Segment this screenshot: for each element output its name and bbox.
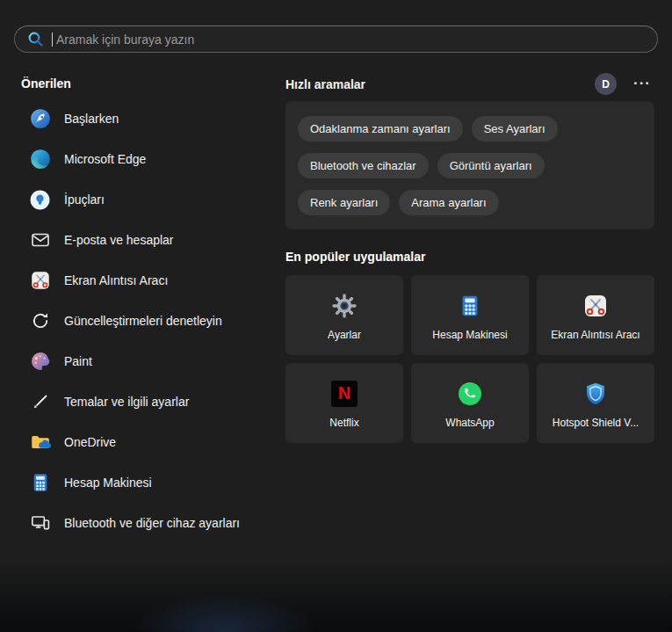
- quick-search-chip[interactable]: Bluetooth ve cihazlar: [298, 153, 429, 178]
- suggested-item-ipuclari[interactable]: İpuçları: [7, 179, 274, 220]
- suggested-item-eposta-ve-hesaplar[interactable]: E-posta ve hesaplar: [7, 220, 274, 260]
- top-apps-title: En popüler uygulamalar: [285, 250, 425, 264]
- brush-icon: [28, 390, 52, 414]
- getting-started-icon: [28, 107, 52, 131]
- mail-icon: [28, 229, 52, 252]
- quick-searches-header: Hızlı aramalar D ···: [285, 72, 654, 97]
- more-icon[interactable]: ···: [633, 75, 651, 92]
- suggested-item-label: Microsoft Edge: [64, 152, 146, 166]
- suggested-item-temalar[interactable]: Temalar ve ilgili ayarlar: [7, 381, 274, 422]
- quick-search-chip[interactable]: Arama ayarları: [399, 190, 498, 215]
- app-tile-hesap-makinesi[interactable]: Hesap Makinesi: [411, 275, 529, 355]
- calculator-icon: [28, 471, 52, 495]
- suggested-item-label: Paint: [64, 354, 92, 368]
- shield-icon: [582, 378, 609, 410]
- suggested-item-label: Bluetooth ve diğer cihaz ayarları: [64, 516, 240, 530]
- settings-gear-icon: [330, 290, 358, 322]
- top-apps-grid: Ayarlar Hesap Makinesi: [285, 275, 654, 443]
- search-box[interactable]: [14, 25, 658, 53]
- app-tile-ekran-alintisi-araci[interactable]: Ekran Alıntısı Aracı: [537, 275, 654, 355]
- suggested-item-guncellestirmeleri-denetleyin[interactable]: Güncelleştirmeleri denetleyin: [7, 301, 274, 341]
- app-tile-label: Hotspot Shield V...: [553, 417, 639, 429]
- avatar[interactable]: D: [595, 73, 617, 95]
- suggested-item-label: Hesap Makinesi: [64, 476, 152, 490]
- suggested-item-hesap-makinesi[interactable]: Hesap Makinesi: [7, 462, 274, 503]
- app-tile-ayarlar[interactable]: Ayarlar: [285, 275, 403, 355]
- netflix-icon: N: [331, 378, 358, 410]
- search-icon: [27, 31, 44, 47]
- edge-icon: [28, 148, 52, 171]
- text-caret: [52, 33, 53, 47]
- app-tile-label: WhatsApp: [445, 417, 494, 429]
- quick-searches-card: Odaklanma zamanı ayarları Ses Ayarları B…: [285, 101, 654, 229]
- snipping-tool-icon: [28, 269, 52, 293]
- suggested-item-label: Başlarken: [64, 112, 119, 126]
- search-input[interactable]: [54, 32, 645, 47]
- app-tile-label: Netflix: [329, 417, 358, 429]
- suggested-item-label: E-posta ve hesaplar: [64, 233, 174, 247]
- onedrive-icon: [28, 431, 52, 454]
- quick-search-chip[interactable]: Odaklanma zamanı ayarları: [298, 116, 463, 142]
- netflix-logo-letter: N: [338, 383, 350, 403]
- app-tile-label: Ayarlar: [328, 329, 361, 341]
- app-tile-label: Hesap Makinesi: [432, 329, 507, 341]
- paint-palette-icon: [28, 350, 52, 374]
- suggested-item-microsoft-edge[interactable]: Microsoft Edge: [7, 139, 274, 179]
- suggested-title: Önerilen: [21, 76, 71, 91]
- quick-search-chip[interactable]: Görüntü ayarları: [437, 153, 545, 178]
- suggested-item-label: Temalar ve ilgili ayarlar: [64, 395, 189, 409]
- windows-search-flyout: Önerilen Başlarken: [0, 0, 672, 632]
- suggested-item-label: Güncelleştirmeleri denetleyin: [64, 314, 222, 328]
- app-tile-hotspot-shield[interactable]: Hotspot Shield V...: [537, 363, 654, 443]
- snipping-tool-icon: [582, 290, 610, 322]
- suggested-item-baslarken[interactable]: Başlarken: [7, 98, 274, 139]
- suggested-item-paint[interactable]: Paint: [7, 341, 274, 381]
- app-tile-label: Ekran Alıntısı Aracı: [551, 329, 639, 341]
- suggested-item-onedrive[interactable]: OneDrive: [7, 422, 274, 462]
- refresh-icon: [28, 309, 52, 333]
- calculator-icon: [457, 290, 483, 322]
- app-tile-whatsapp[interactable]: WhatsApp: [411, 363, 529, 443]
- suggested-item-label: İpuçları: [64, 193, 105, 207]
- quick-search-chip[interactable]: Ses Ayarları: [472, 116, 558, 142]
- suggested-item-bluetooth-cihaz-ayarlari[interactable]: Bluetooth ve diğer cihaz ayarları: [7, 503, 274, 543]
- whatsapp-icon: [456, 378, 484, 410]
- suggested-item-label: OneDrive: [64, 435, 116, 449]
- bottom-fade: [0, 560, 672, 632]
- suggested-item-label: Ekran Alıntısı Aracı: [64, 273, 168, 287]
- suggested-item-ekran-alintisi-araci[interactable]: Ekran Alıntısı Aracı: [7, 260, 274, 301]
- tips-icon: [28, 188, 52, 212]
- devices-icon: [28, 512, 52, 535]
- quick-search-chip[interactable]: Renk ayarları: [298, 190, 390, 215]
- app-tile-netflix[interactable]: N Netflix: [285, 363, 403, 443]
- quick-searches-title: Hızlı aramalar: [285, 77, 365, 91]
- suggested-list: Başlarken Microsoft Edge: [7, 98, 274, 543]
